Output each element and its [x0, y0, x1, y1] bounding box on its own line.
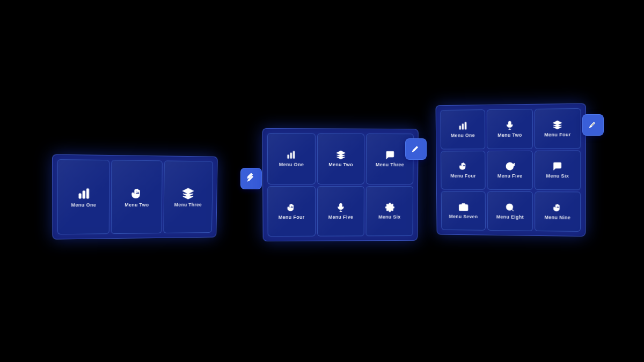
right-grid: Menu One Menu Two Menu Four M — [436, 104, 586, 237]
left-cell-2-label: Menu Two — [125, 202, 149, 207]
middle-cell-6[interactable]: Menu Six — [366, 186, 413, 236]
chart-icon — [77, 187, 91, 200]
left-cell-1[interactable]: Menu One — [57, 159, 109, 234]
svg-line-15 — [512, 209, 514, 211]
right-cell-1-label: Menu One — [451, 132, 475, 138]
right-cell-5-label: Menu Five — [497, 173, 523, 179]
right-cell-2[interactable]: Menu Two — [487, 109, 533, 149]
svg-rect-5 — [294, 151, 295, 159]
middle-cell-4[interactable]: Menu Four — [267, 186, 315, 237]
right-cell-5[interactable]: Menu Five — [487, 150, 533, 190]
svg-point-13 — [462, 206, 465, 209]
settings-icon-m6 — [385, 203, 394, 212]
middle-cell-3-label: Menu Three — [376, 162, 404, 167]
right-cell-4-label: Menu Four — [450, 173, 476, 179]
svg-point-14 — [506, 204, 513, 210]
cube-icon-r3 — [553, 120, 562, 130]
middle-cell-1-label: Menu One — [279, 162, 304, 167]
right-cell-4[interactable]: Menu Four — [441, 151, 486, 190]
camera-icon-r7 — [458, 202, 468, 212]
hand-icon-r4 — [458, 162, 468, 172]
middle-cell-2[interactable]: Menu Two — [317, 133, 365, 184]
right-cell-9-label: Menu Nine — [544, 215, 570, 220]
panel-right: Menu One Menu Two Menu Four M — [436, 104, 586, 237]
right-cell-9[interactable]: Menu Nine — [535, 191, 581, 232]
chart-icon-m1 — [287, 150, 296, 160]
search-icon-r8 — [505, 203, 515, 212]
middle-cell-4-label: Menu Four — [279, 215, 305, 220]
right-cell-6-label: Menu Six — [546, 174, 569, 179]
hand-icon — [130, 187, 143, 200]
right-cell-7[interactable]: Menu Seven — [441, 191, 486, 231]
right-cell-3[interactable]: Menu Four — [535, 108, 581, 149]
middle-cell-2-label: Menu Two — [328, 162, 353, 167]
left-grid: Menu One Menu Two Menu Three — [53, 155, 217, 239]
panel-left: Menu One Menu Two Menu Three — [52, 154, 218, 240]
chat-icon-r6 — [553, 161, 562, 171]
middle-cell-5[interactable]: Menu Five — [317, 186, 365, 236]
pin-icon-middle — [411, 144, 421, 154]
middle-cell-1[interactable]: Menu One — [267, 133, 316, 184]
hand-icon-m4 — [287, 203, 296, 212]
svg-rect-4 — [290, 153, 292, 159]
svg-rect-3 — [288, 155, 289, 159]
left-cell-1-label: Menu One — [71, 202, 96, 208]
right-cell-3-label: Menu Four — [544, 132, 571, 138]
pin-icon-right — [588, 120, 598, 130]
right-cell-8-label: Menu Eight — [496, 215, 524, 220]
left-cell-3-label: Menu Three — [174, 202, 202, 207]
right-cell-6[interactable]: Menu Six — [535, 150, 581, 190]
mic-icon-m5 — [336, 203, 346, 212]
scene: Menu One Menu Two Menu Three — [0, 0, 644, 362]
middle-grid: Menu One Menu Two Menu Three Menu Four — [263, 129, 418, 241]
right-cell-8[interactable]: Menu Eight — [487, 191, 533, 231]
svg-rect-10 — [462, 124, 464, 129]
right-cell-1[interactable]: Menu One — [440, 109, 485, 149]
svg-rect-11 — [465, 122, 466, 129]
cube-icon-m2 — [336, 150, 346, 160]
right-cell-2-label: Menu Two — [497, 132, 522, 137]
left-cell-2[interactable]: Menu Two — [111, 160, 162, 234]
svg-rect-0 — [79, 193, 81, 198]
pin-icon-left — [246, 173, 257, 184]
svg-rect-9 — [459, 125, 461, 129]
chat-icon-m3 — [385, 150, 395, 160]
refresh-icon-r5 — [505, 161, 515, 171]
panel-middle: Menu One Menu Two Menu Three Menu Four — [262, 128, 419, 241]
mic-icon-r2 — [505, 120, 515, 130]
left-cell-3[interactable]: Menu Three — [163, 160, 213, 233]
svg-rect-2 — [86, 188, 89, 198]
svg-rect-1 — [83, 190, 85, 198]
chart-icon-r1 — [458, 121, 467, 130]
left-pin-button[interactable] — [240, 168, 262, 189]
middle-pin-button[interactable] — [405, 138, 427, 160]
hand-icon-r9 — [553, 203, 562, 212]
middle-cell-6-label: Menu Six — [378, 214, 401, 219]
cube-icon — [182, 187, 194, 200]
middle-cell-5-label: Menu Five — [328, 215, 354, 220]
right-pin-button[interactable] — [582, 114, 604, 136]
right-cell-7-label: Menu Seven — [449, 214, 478, 219]
